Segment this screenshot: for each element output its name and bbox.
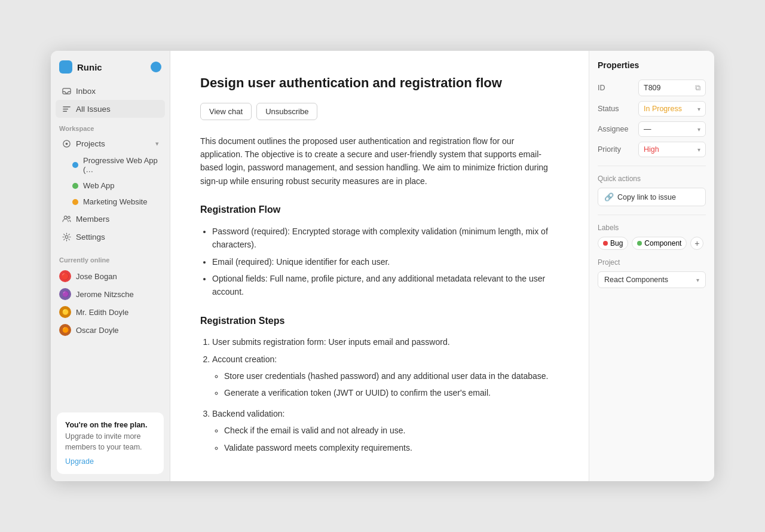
sidebar-item-all-issues[interactable]: All Issues (56, 100, 165, 118)
bug-dot (603, 241, 608, 246)
view-chat-button[interactable]: View chat (200, 103, 252, 120)
project-pwa-label: Progressive Web App (… (83, 156, 159, 174)
avatar-jose: 🔴 (59, 270, 71, 282)
panel-title: Properties (598, 60, 706, 70)
user-oscar-name: Oscar Doyle (76, 326, 119, 335)
projects-chevron: ▾ (155, 140, 159, 148)
section2-list: User submits registration form: User inp… (200, 335, 559, 454)
notification-dot[interactable] (151, 62, 161, 72)
avatar-edith: 🟡 (59, 306, 71, 318)
assignee-chevron: ▾ (697, 126, 700, 133)
project-webapp[interactable]: Web App (56, 178, 165, 194)
brand-name: Runic (77, 62, 102, 72)
labels-title: Labels (598, 224, 706, 232)
properties-panel: Properties ID T809 ⧉ Status In Progress … (589, 51, 714, 481)
prop-row-status: Status In Progress ▾ (598, 101, 706, 117)
sidebar-nav: Inbox All Issues (51, 82, 170, 118)
online-user-edith: 🟡 Mr. Edith Doyle (59, 303, 161, 321)
id-value: T809 (644, 84, 661, 92)
list-item: User submits registration form: User inp… (212, 335, 559, 348)
assignee-label: Assignee (598, 125, 635, 133)
list-item: Password (required): Encrypted storage w… (212, 225, 559, 252)
link-icon: 🔗 (604, 192, 614, 201)
projects-header-left: Projects (62, 139, 105, 148)
project-select-value: React Components (604, 276, 668, 284)
id-value-box: T809 ⧉ (638, 80, 706, 96)
project-pwa[interactable]: Progressive Web App (… (56, 152, 165, 178)
upgrade-desc: Upgrade to invite more members to your t… (65, 432, 155, 452)
section2-title: Registration Steps (200, 313, 559, 329)
settings-label: Settings (76, 233, 105, 241)
divider2 (598, 215, 706, 215)
list-item: Email (required): Unique identifier for … (212, 255, 559, 268)
online-user-jose: 🔴 Jose Bogan (59, 267, 161, 285)
label-component: Component (632, 237, 687, 250)
brand: Runic (59, 60, 102, 74)
component-label: Component (644, 239, 681, 247)
action-buttons: View chat Unsubscribe (200, 103, 559, 120)
issues-icon (62, 104, 71, 114)
priority-value: High (644, 145, 659, 154)
svg-point-4 (68, 216, 70, 218)
sub-list: Check if the email is valid and not alre… (212, 424, 559, 454)
status-value: In Progress (644, 105, 682, 113)
priority-chevron: ▾ (697, 146, 700, 153)
project-marketing[interactable]: Marketing Website (56, 194, 165, 210)
svg-point-5 (65, 236, 68, 239)
label-bug: Bug (598, 237, 628, 250)
inbox-label: Inbox (76, 87, 96, 96)
prop-row-priority: Priority High ▾ (598, 142, 706, 157)
priority-select[interactable]: High ▾ (638, 142, 706, 157)
sub-list-item: Generate a verification token (JWT or UU… (224, 386, 559, 399)
avatar-jerome: 🟣 (59, 288, 71, 300)
inbox-icon (62, 86, 71, 96)
add-label-button[interactable]: + (690, 237, 703, 250)
sidebar: Runic Inbox Al (51, 51, 170, 481)
workspace-label: Workspace (51, 118, 170, 134)
project-dot-marketing (72, 199, 78, 205)
sidebar-item-settings[interactable]: Settings (56, 228, 165, 246)
component-dot (637, 241, 642, 246)
prop-row-assignee: Assignee — ▾ (598, 121, 706, 137)
bug-label: Bug (610, 239, 623, 247)
online-user-oscar: 🟠 Oscar Doyle (59, 321, 161, 339)
user-jose-name: Jose Bogan (76, 272, 117, 281)
project-webapp-label: Web App (83, 181, 115, 190)
upgrade-link[interactable]: Upgrade (65, 457, 94, 466)
id-label: ID (598, 84, 635, 92)
members-icon (62, 214, 71, 224)
status-select[interactable]: In Progress ▾ (638, 101, 706, 117)
members-label: Members (76, 215, 109, 224)
project-dot-pwa (72, 162, 78, 168)
copy-icon[interactable]: ⧉ (695, 83, 700, 93)
section1-title: Registration Flow (200, 202, 559, 218)
list-item: Backend validation: Check if the email i… (212, 407, 559, 454)
list-item: Account creation: Store user credentials… (212, 353, 559, 400)
svg-point-3 (64, 216, 67, 219)
project-dot-webapp (72, 183, 78, 189)
list-item: Optional fields: Full name, profile pict… (212, 272, 559, 299)
assignee-select[interactable]: — ▾ (638, 121, 706, 137)
sidebar-header: Runic (51, 60, 170, 82)
sidebar-item-inbox[interactable]: Inbox (56, 82, 165, 100)
status-chevron: ▾ (697, 106, 700, 112)
project-select[interactable]: React Components ▾ (598, 271, 706, 288)
avatar-oscar: 🟠 (59, 324, 71, 336)
copy-link-button[interactable]: 🔗 Copy link to issue (598, 188, 706, 206)
projects-header[interactable]: Projects ▾ (56, 134, 165, 152)
user-jerome-name: Jerome Nitzsche (76, 290, 134, 299)
unsubscribe-button[interactable]: Unsubscribe (256, 103, 317, 120)
project-marketing-label: Marketing Website (83, 197, 147, 206)
content-body: This document outlines the proposed user… (200, 134, 559, 454)
user-edith-name: Mr. Edith Doyle (76, 308, 128, 317)
project-chevron: ▾ (696, 277, 699, 283)
sub-list-item: Validate password meets complexity requi… (224, 441, 559, 454)
sidebar-item-members[interactable]: Members (56, 210, 165, 228)
settings-icon (62, 232, 71, 241)
priority-label: Priority (598, 145, 635, 154)
copy-link-label: Copy link to issue (617, 193, 676, 201)
project-section-title: Project (598, 258, 706, 267)
section1-list: Password (required): Encrypted storage w… (200, 225, 559, 299)
issue-description: This document outlines the proposed user… (200, 134, 559, 188)
labels-row: Bug Component + (598, 237, 706, 250)
